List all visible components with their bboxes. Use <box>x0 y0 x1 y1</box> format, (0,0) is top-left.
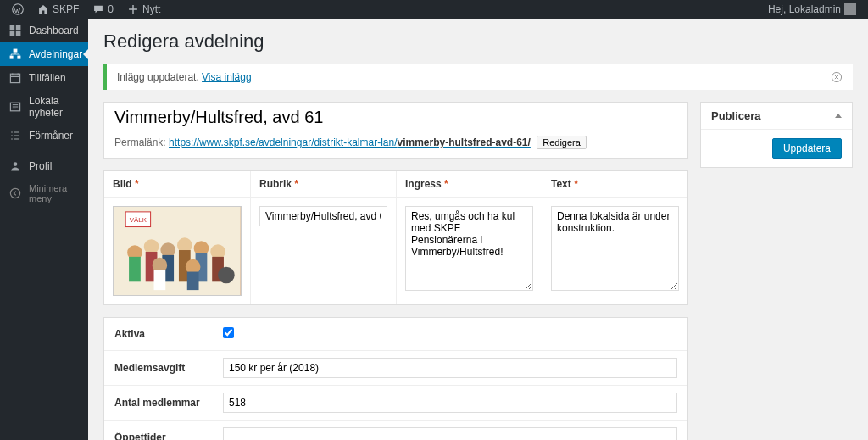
antal-input[interactable] <box>223 393 677 413</box>
update-notice: Inlägg uppdaterat. Visa inlägg <box>103 64 853 90</box>
main-content: Redigera avdelning Inlägg uppdaterat. Vi… <box>88 19 868 440</box>
svg-rect-5 <box>14 49 18 53</box>
sidebar-item-tillfallen[interactable]: Tillfällen <box>0 66 88 90</box>
sidebar-item-label: Tillfällen <box>29 72 66 84</box>
notice-text: Inlägg uppdaterat. <box>117 71 202 83</box>
oppet-input[interactable] <box>223 427 677 440</box>
ingress-textarea[interactable] <box>405 206 533 291</box>
page-title: Redigera avdelning <box>103 31 853 53</box>
home-icon <box>37 3 49 15</box>
sidebar-item-label: Profil <box>29 160 52 172</box>
svg-rect-3 <box>10 31 15 36</box>
comments-count: 0 <box>108 3 114 15</box>
comments-link[interactable]: 0 <box>87 3 119 15</box>
title-input[interactable] <box>104 103 687 132</box>
publish-box: Publicera Uppdatera <box>700 102 853 168</box>
sidebar-item-label: Lokala nyheter <box>29 95 80 119</box>
field-label-text: Text <box>551 178 571 190</box>
svg-rect-2 <box>16 25 21 31</box>
update-button[interactable]: Uppdatera <box>772 138 842 159</box>
notice-link[interactable]: Visa inlägg <box>202 71 252 83</box>
publish-title: Publicera <box>711 109 761 122</box>
user-icon <box>8 159 22 173</box>
wordpress-icon <box>12 3 24 15</box>
permalink-row: Permalänk: https://www.skpf.se/avdelning… <box>104 132 687 158</box>
sidebar-item-minimera[interactable]: Minimera meny <box>0 178 88 209</box>
field-label-rubrik: Rubrik <box>259 178 292 190</box>
image-thumbnail[interactable]: VÄLK <box>113 206 242 296</box>
dismiss-icon[interactable] <box>831 71 843 83</box>
comment-icon <box>92 3 104 15</box>
meta-fields: Aktiva Medlemsavgift Antal medlemmar Öpp… <box>103 317 688 440</box>
aktiva-checkbox[interactable] <box>223 327 234 338</box>
new-label: Nytt <box>142 3 160 15</box>
avatar <box>844 3 856 15</box>
avgift-input[interactable] <box>223 358 677 378</box>
svg-rect-31 <box>187 272 199 291</box>
svg-rect-4 <box>16 31 21 36</box>
permalink-link[interactable]: https://www.skpf.se/avdelningar/distrikt… <box>169 136 531 148</box>
plus-icon <box>127 3 139 15</box>
content-fields: Bild * VÄLK <box>103 170 688 305</box>
svg-text:VÄLK: VÄLK <box>130 216 147 224</box>
svg-point-32 <box>218 267 235 284</box>
site-name: SKPF <box>53 3 79 15</box>
calendar-icon <box>8 71 22 85</box>
wp-logo[interactable] <box>7 3 29 15</box>
meta-label-antal: Antal medlemmar <box>104 387 223 419</box>
text-textarea[interactable] <box>551 206 679 291</box>
news-icon <box>8 100 22 114</box>
collapse-icon <box>8 187 22 200</box>
svg-rect-6 <box>10 56 14 59</box>
rubrik-input[interactable] <box>259 206 387 226</box>
permalink-edit-button[interactable]: Redigera <box>537 136 587 149</box>
field-label-ingress: Ingress <box>405 178 442 190</box>
permalink-label: Permalänk: <box>114 136 166 148</box>
greeting: Hej, Lokaladmin <box>768 3 841 15</box>
svg-rect-7 <box>17 56 20 59</box>
sidebar-item-profil[interactable]: Profil <box>0 154 88 178</box>
list-icon <box>8 129 22 142</box>
meta-label-oppet: Öppettider <box>104 421 223 440</box>
title-box: Permalänk: https://www.skpf.se/avdelning… <box>103 102 688 159</box>
svg-point-10 <box>14 162 18 166</box>
svg-point-11 <box>10 188 19 198</box>
svg-rect-1 <box>10 25 15 31</box>
sidebar-item-formaner[interactable]: Förmåner <box>0 124 88 148</box>
meta-label-aktiva: Aktiva <box>104 318 223 350</box>
site-link[interactable]: SKPF <box>32 3 84 15</box>
admin-toolbar: SKPF 0 Nytt Hej, Lokaladmin <box>0 0 868 19</box>
sidebar-item-lokala[interactable]: Lokala nyheter <box>0 90 88 124</box>
sidebar-item-label: Förmåner <box>29 130 73 142</box>
svg-rect-8 <box>10 74 19 82</box>
svg-rect-29 <box>154 270 166 291</box>
admin-sidebar: Dashboard Avdelningar Tillfällen Lokala … <box>0 19 88 440</box>
sidebar-item-dashboard[interactable]: Dashboard <box>0 19 88 42</box>
crowd-icon: VÄLK <box>114 207 241 295</box>
account-link[interactable]: Hej, Lokaladmin <box>763 3 861 15</box>
svg-point-0 <box>13 4 24 15</box>
field-label-bild: Bild <box>113 178 132 190</box>
svg-rect-17 <box>129 257 141 281</box>
sidebar-item-label: Dashboard <box>29 25 79 36</box>
new-link[interactable]: Nytt <box>122 3 165 15</box>
meta-label-avgift: Medlemsavgift <box>104 352 223 384</box>
dashboard-icon <box>8 24 22 37</box>
sidebar-item-label: Minimera meny <box>29 183 80 203</box>
sidebar-item-label: Avdelningar <box>29 48 82 60</box>
sidebar-item-avdelningar[interactable]: Avdelningar <box>0 42 88 66</box>
sitemap-icon <box>8 47 22 61</box>
collapse-icon[interactable] <box>835 114 842 118</box>
